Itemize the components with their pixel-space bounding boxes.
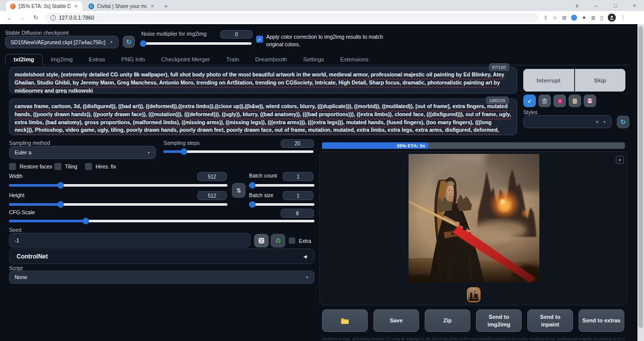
height-slider[interactable] — [9, 201, 227, 208]
batch-size-value[interactable]: 1 — [283, 191, 313, 200]
slider-handle[interactable] — [57, 201, 64, 208]
send-to-inpaint-button[interactable]: Send to inpaint — [527, 309, 573, 332]
restore-faces-checkbox[interactable] — [9, 163, 16, 170]
reading-list-icon[interactable]: ≣ — [591, 15, 596, 21]
swap-dimensions-button[interactable]: ⇅ — [232, 183, 246, 198]
gallery-thumbnail[interactable] — [467, 287, 480, 302]
slider-handle[interactable] — [140, 40, 146, 47]
restore-faces-option[interactable]: Restore faces — [9, 163, 52, 170]
extensions-icon[interactable]: ✦ — [582, 15, 586, 21]
cfg-scale-slider[interactable] — [9, 218, 314, 224]
batch-count-value[interactable]: 1 — [283, 172, 313, 181]
hires-fix-checkbox[interactable] — [85, 163, 92, 170]
close-window-button[interactable]: × — [625, 0, 644, 11]
slider-handle[interactable] — [57, 182, 64, 189]
clear-prompt-button[interactable] — [538, 95, 551, 107]
maximize-button[interactable]: □ — [606, 0, 625, 11]
sampling-steps-value[interactable]: 20 — [281, 139, 314, 148]
side-panel-icon[interactable]: ▯ — [600, 15, 603, 21]
close-gallery-button[interactable]: × — [616, 156, 624, 164]
sampling-steps-slider[interactable] — [164, 148, 313, 155]
tab-extras[interactable]: Extras — [80, 54, 113, 65]
tab-txt2img[interactable]: txt2img — [5, 54, 43, 65]
tab-checkpoint-merger[interactable]: Checkpoint Merger — [153, 54, 218, 65]
clear-styles-icon[interactable]: × — [596, 119, 599, 125]
tab-extensions[interactable]: Extensions — [332, 54, 376, 65]
refresh-checkpoint-button[interactable]: ↻ — [123, 36, 135, 48]
extra-seed-checkbox[interactable] — [289, 237, 295, 244]
progress-fill: 35% ETA: 3s — [322, 142, 428, 149]
width-slider[interactable] — [9, 182, 227, 189]
interrupt-button[interactable]: Interrupt — [523, 69, 574, 92]
zip-button[interactable]: Zip — [425, 309, 470, 332]
paste-generation-params-button[interactable]: ↙ — [523, 95, 536, 107]
slider-handle[interactable] — [83, 218, 89, 224]
color-correction-checkbox[interactable]: ✓ — [256, 36, 263, 43]
chevron-down-icon[interactable]: ∨ — [568, 0, 587, 11]
width-value[interactable]: 512 — [197, 172, 227, 181]
tab-close-icon[interactable]: × — [150, 3, 155, 9]
browser-tab-stable-diffusion[interactable]: [35% ETA: 3s] Stable Diffusion × — [6, 1, 83, 11]
tab-img2img[interactable]: img2img — [43, 54, 80, 65]
tiling-option[interactable]: Tiling — [54, 163, 77, 170]
back-button[interactable]: ← — [3, 14, 16, 21]
slider-track[interactable] — [249, 184, 314, 187]
new-tab-button[interactable]: + — [159, 3, 173, 11]
save-style-button[interactable] — [584, 95, 596, 107]
extra-networks-button[interactable] — [553, 95, 566, 107]
reuse-seed-button[interactable]: ♻ — [271, 234, 285, 247]
negative-prompt-textarea[interactable]: canvas frame, cartoon, 3d, ((disfigured)… — [9, 99, 517, 135]
generated-image[interactable] — [409, 154, 539, 283]
scrollbar-thumb[interactable] — [638, 26, 643, 328]
slider-handle[interactable] — [249, 182, 256, 189]
browser-scrollbar[interactable] — [637, 24, 644, 341]
refresh-styles-button[interactable]: ↻ — [617, 116, 629, 128]
send-to-extras-button[interactable]: Send to extras — [579, 309, 624, 332]
noise-multiplier-value[interactable]: 0 — [220, 30, 253, 39]
script-dropdown[interactable]: None ▼ — [9, 271, 314, 284]
height-value[interactable]: 512 — [197, 191, 227, 200]
slider-handle[interactable] — [181, 148, 187, 155]
site-info-icon[interactable]: i — [50, 15, 56, 21]
checkpoint-value: SD15NewVAEpruned.ckpt [27a4ac756c] — [11, 39, 105, 45]
bookmark-star-icon[interactable]: ☆ — [552, 15, 557, 21]
extension-blue-icon[interactable] — [571, 15, 577, 21]
share-icon[interactable]: ⇧ — [543, 15, 548, 21]
hires-fix-option[interactable]: Hires. fix — [85, 163, 116, 170]
save-button[interactable]: Save — [373, 309, 419, 332]
minimize-button[interactable]: – — [587, 0, 606, 11]
browser-menu-icon[interactable]: ⋮ — [620, 15, 626, 21]
prompt-textarea[interactable]: modelshoot style, (extremely detailed CG… — [9, 67, 517, 94]
extension-grid-icon[interactable]: ⊞ — [562, 15, 567, 21]
chevron-down-icon: ▼ — [603, 120, 606, 124]
noise-multiplier-slider[interactable] — [141, 40, 252, 47]
tab-settings[interactable]: Settings — [295, 54, 333, 65]
tab-png-info[interactable]: PNG Info — [113, 54, 153, 65]
send-to-img2img-button[interactable]: Send to img2img — [476, 309, 522, 332]
slider-track[interactable] — [249, 203, 314, 206]
slider-handle[interactable] — [249, 201, 256, 208]
controlnet-accordion[interactable]: ControlNet ◀ — [9, 248, 314, 264]
tab-train[interactable]: Train — [218, 54, 247, 65]
checkpoint-dropdown[interactable]: SD15NewVAEpruned.ckpt [27a4ac756c] ▼ — [5, 36, 119, 48]
browser-tab-civitai[interactable]: C Civitai | Share your models × — [85, 1, 159, 11]
slider-track[interactable] — [141, 42, 252, 45]
open-folder-button[interactable] — [322, 309, 368, 332]
seed-input[interactable]: -1 — [9, 233, 251, 247]
reload-button[interactable]: ↻ — [29, 14, 42, 21]
skip-button[interactable]: Skip — [575, 69, 626, 92]
profile-avatar[interactable] — [608, 14, 616, 22]
batch-count-slider[interactable] — [249, 182, 314, 189]
url-bar[interactable]: i 127.0.0.1:7860 — [45, 13, 538, 23]
tab-dreambooth[interactable]: Dreambooth — [247, 54, 295, 65]
styles-dropdown[interactable]: × ▼ — [523, 115, 612, 128]
random-seed-button[interactable] — [254, 234, 269, 247]
cfg-scale-value[interactable]: 8 — [281, 209, 314, 218]
batch-size-slider[interactable] — [249, 201, 314, 208]
sampling-method-dropdown[interactable]: Euler a ▼ — [9, 146, 156, 159]
tab-close-icon[interactable]: × — [73, 3, 78, 9]
apply-style-button[interactable] — [569, 95, 581, 107]
tiling-checkbox[interactable] — [54, 163, 61, 170]
extra-seed-option[interactable]: Extra — [289, 237, 311, 244]
forward-button[interactable]: → — [16, 14, 29, 21]
